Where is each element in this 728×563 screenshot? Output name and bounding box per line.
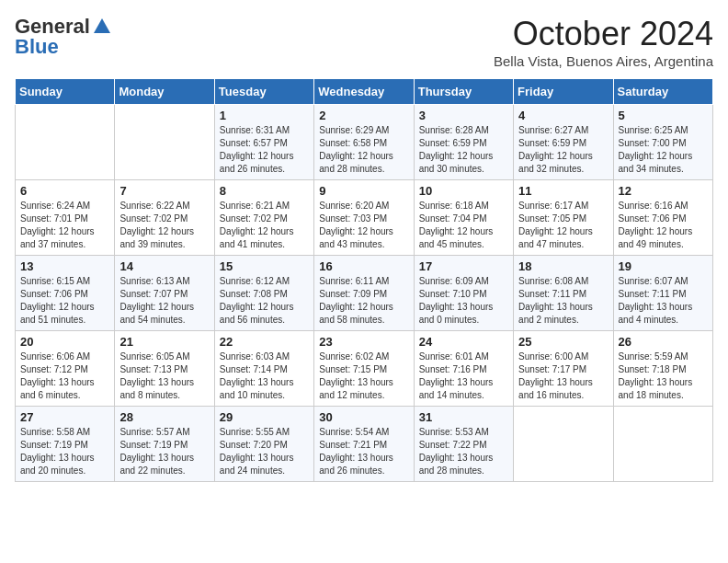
day-number: 25 bbox=[518, 335, 608, 349]
calendar-cell: 16Sunrise: 6:11 AMSunset: 7:09 PMDayligh… bbox=[314, 256, 414, 331]
day-number: 20 bbox=[20, 335, 109, 349]
day-info: Sunrise: 5:54 AMSunset: 7:21 PMDaylight:… bbox=[319, 426, 408, 477]
calendar-cell: 6Sunrise: 6:24 AMSunset: 7:01 PMDaylight… bbox=[16, 180, 115, 256]
day-info: Sunrise: 6:02 AMSunset: 7:15 PMDaylight:… bbox=[319, 350, 408, 402]
calendar-cell: 15Sunrise: 6:12 AMSunset: 7:08 PMDayligh… bbox=[214, 256, 313, 331]
day-info: Sunrise: 6:18 AMSunset: 7:04 PMDaylight:… bbox=[419, 200, 508, 251]
day-info: Sunrise: 6:17 AMSunset: 7:05 PMDaylight:… bbox=[518, 200, 608, 251]
calendar-cell: 12Sunrise: 6:16 AMSunset: 7:06 PMDayligh… bbox=[613, 180, 712, 256]
calendar-week-row: 13Sunrise: 6:15 AMSunset: 7:06 PMDayligh… bbox=[16, 256, 713, 331]
calendar-cell: 30Sunrise: 5:54 AMSunset: 7:21 PMDayligh… bbox=[314, 407, 414, 482]
day-info: Sunrise: 6:07 AMSunset: 7:11 PMDaylight:… bbox=[619, 275, 708, 327]
day-info: Sunrise: 6:24 AMSunset: 7:01 PMDaylight:… bbox=[20, 200, 109, 251]
day-info: Sunrise: 6:25 AMSunset: 7:00 PMDaylight:… bbox=[619, 124, 708, 176]
logo: General Blue bbox=[15, 15, 112, 59]
day-number: 15 bbox=[220, 259, 309, 273]
day-info: Sunrise: 5:59 AMSunset: 7:18 PMDaylight:… bbox=[619, 350, 708, 402]
col-header-sunday: Sunday bbox=[16, 79, 115, 105]
col-header-saturday: Saturday bbox=[613, 79, 712, 105]
calendar-week-row: 1Sunrise: 6:31 AMSunset: 6:57 PMDaylight… bbox=[16, 105, 713, 180]
day-number: 9 bbox=[319, 184, 408, 198]
calendar-cell: 29Sunrise: 5:55 AMSunset: 7:20 PMDayligh… bbox=[214, 407, 313, 482]
day-info: Sunrise: 5:53 AMSunset: 7:22 PMDaylight:… bbox=[419, 426, 508, 477]
calendar-cell: 11Sunrise: 6:17 AMSunset: 7:05 PMDayligh… bbox=[514, 180, 613, 256]
day-number: 19 bbox=[619, 259, 708, 273]
calendar-cell: 25Sunrise: 6:00 AMSunset: 7:17 PMDayligh… bbox=[514, 331, 613, 407]
calendar-cell: 23Sunrise: 6:02 AMSunset: 7:15 PMDayligh… bbox=[314, 331, 414, 407]
col-header-thursday: Thursday bbox=[414, 79, 513, 105]
calendar-cell bbox=[514, 407, 613, 482]
day-number: 23 bbox=[319, 335, 408, 349]
calendar-cell: 7Sunrise: 6:22 AMSunset: 7:02 PMDaylight… bbox=[115, 180, 214, 256]
day-info: Sunrise: 5:57 AMSunset: 7:19 PMDaylight:… bbox=[119, 426, 209, 477]
calendar-cell bbox=[613, 407, 712, 482]
title-block: October 2024 Bella Vista, Buenos Aires, … bbox=[494, 15, 713, 69]
calendar-cell bbox=[16, 105, 115, 180]
calendar-cell: 3Sunrise: 6:28 AMSunset: 6:59 PMDaylight… bbox=[414, 105, 513, 180]
day-info: Sunrise: 6:05 AMSunset: 7:13 PMDaylight:… bbox=[119, 350, 209, 402]
day-number: 7 bbox=[119, 184, 209, 198]
day-info: Sunrise: 6:13 AMSunset: 7:07 PMDaylight:… bbox=[119, 275, 209, 327]
calendar-cell: 8Sunrise: 6:21 AMSunset: 7:02 PMDaylight… bbox=[214, 180, 313, 256]
day-number: 2 bbox=[319, 109, 408, 122]
calendar-cell: 24Sunrise: 6:01 AMSunset: 7:16 PMDayligh… bbox=[414, 331, 513, 407]
calendar-cell: 21Sunrise: 6:05 AMSunset: 7:13 PMDayligh… bbox=[115, 331, 214, 407]
calendar-cell: 4Sunrise: 6:27 AMSunset: 6:59 PMDaylight… bbox=[514, 105, 613, 180]
day-info: Sunrise: 6:27 AMSunset: 6:59 PMDaylight:… bbox=[518, 124, 608, 176]
calendar-cell: 22Sunrise: 6:03 AMSunset: 7:14 PMDayligh… bbox=[214, 331, 313, 407]
calendar-cell: 10Sunrise: 6:18 AMSunset: 7:04 PMDayligh… bbox=[414, 180, 513, 256]
day-info: Sunrise: 6:09 AMSunset: 7:10 PMDaylight:… bbox=[419, 275, 508, 327]
calendar-cell: 17Sunrise: 6:09 AMSunset: 7:10 PMDayligh… bbox=[414, 256, 513, 331]
day-number: 6 bbox=[20, 184, 109, 198]
calendar-cell: 2Sunrise: 6:29 AMSunset: 6:58 PMDaylight… bbox=[314, 105, 414, 180]
day-info: Sunrise: 5:58 AMSunset: 7:19 PMDaylight:… bbox=[20, 426, 109, 477]
calendar-cell: 28Sunrise: 5:57 AMSunset: 7:19 PMDayligh… bbox=[115, 407, 214, 482]
calendar-week-row: 27Sunrise: 5:58 AMSunset: 7:19 PMDayligh… bbox=[16, 407, 713, 482]
calendar-table: SundayMondayTuesdayWednesdayThursdayFrid… bbox=[15, 78, 713, 482]
day-number: 21 bbox=[119, 335, 209, 349]
day-number: 5 bbox=[619, 109, 708, 122]
day-info: Sunrise: 6:16 AMSunset: 7:06 PMDaylight:… bbox=[619, 200, 708, 251]
day-info: Sunrise: 6:06 AMSunset: 7:12 PMDaylight:… bbox=[20, 350, 109, 402]
day-number: 28 bbox=[119, 410, 209, 424]
calendar-cell: 5Sunrise: 6:25 AMSunset: 7:00 PMDaylight… bbox=[613, 105, 712, 180]
day-number: 3 bbox=[419, 109, 508, 122]
calendar-cell: 13Sunrise: 6:15 AMSunset: 7:06 PMDayligh… bbox=[16, 256, 115, 331]
calendar-week-row: 6Sunrise: 6:24 AMSunset: 7:01 PMDaylight… bbox=[16, 180, 713, 256]
day-number: 18 bbox=[518, 259, 608, 273]
col-header-tuesday: Tuesday bbox=[214, 79, 313, 105]
day-number: 30 bbox=[319, 410, 408, 424]
day-number: 22 bbox=[220, 335, 309, 349]
calendar-week-row: 20Sunrise: 6:06 AMSunset: 7:12 PMDayligh… bbox=[16, 331, 713, 407]
calendar-cell: 27Sunrise: 5:58 AMSunset: 7:19 PMDayligh… bbox=[16, 407, 115, 482]
day-number: 29 bbox=[220, 410, 309, 424]
day-info: Sunrise: 6:03 AMSunset: 7:14 PMDaylight:… bbox=[220, 350, 309, 402]
col-header-friday: Friday bbox=[514, 79, 613, 105]
day-number: 12 bbox=[619, 184, 708, 198]
calendar-cell: 14Sunrise: 6:13 AMSunset: 7:07 PMDayligh… bbox=[115, 256, 214, 331]
calendar-cell bbox=[115, 105, 214, 180]
day-info: Sunrise: 6:12 AMSunset: 7:08 PMDaylight:… bbox=[220, 275, 309, 327]
day-info: Sunrise: 6:29 AMSunset: 6:58 PMDaylight:… bbox=[319, 124, 408, 176]
logo-icon bbox=[92, 17, 112, 37]
day-info: Sunrise: 6:28 AMSunset: 6:59 PMDaylight:… bbox=[419, 124, 508, 176]
day-info: Sunrise: 6:20 AMSunset: 7:03 PMDaylight:… bbox=[319, 200, 408, 251]
col-header-wednesday: Wednesday bbox=[314, 79, 414, 105]
calendar-cell: 18Sunrise: 6:08 AMSunset: 7:11 PMDayligh… bbox=[514, 256, 613, 331]
svg-marker-0 bbox=[94, 18, 110, 33]
day-number: 24 bbox=[419, 335, 508, 349]
col-header-monday: Monday bbox=[115, 79, 214, 105]
calendar-cell: 20Sunrise: 6:06 AMSunset: 7:12 PMDayligh… bbox=[16, 331, 115, 407]
location: Bella Vista, Buenos Aires, Argentina bbox=[494, 53, 713, 69]
day-info: Sunrise: 6:01 AMSunset: 7:16 PMDaylight:… bbox=[419, 350, 508, 402]
day-info: Sunrise: 6:31 AMSunset: 6:57 PMDaylight:… bbox=[220, 124, 309, 176]
calendar-cell: 1Sunrise: 6:31 AMSunset: 6:57 PMDaylight… bbox=[214, 105, 313, 180]
day-number: 31 bbox=[419, 410, 508, 424]
day-number: 1 bbox=[220, 109, 309, 122]
day-info: Sunrise: 6:11 AMSunset: 7:09 PMDaylight:… bbox=[319, 275, 408, 327]
day-number: 13 bbox=[20, 259, 109, 273]
day-info: Sunrise: 6:15 AMSunset: 7:06 PMDaylight:… bbox=[20, 275, 109, 327]
logo-blue-text: Blue bbox=[15, 35, 59, 59]
day-number: 26 bbox=[619, 335, 708, 349]
day-info: Sunrise: 6:22 AMSunset: 7:02 PMDaylight:… bbox=[119, 200, 209, 251]
